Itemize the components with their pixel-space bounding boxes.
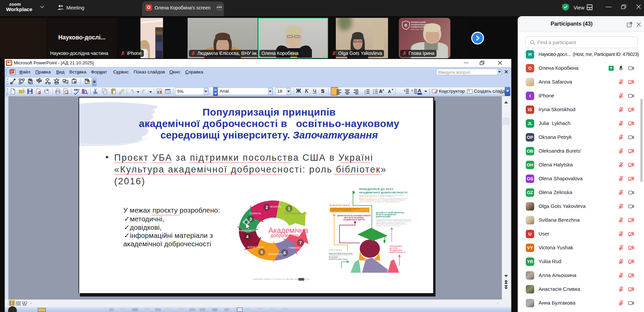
svg-text:КОРЕКТНІСТЬ: КОРЕКТНІСТЬ: [248, 246, 264, 248]
svg-text:ПРОЗОРІСТЬ: ПРОЗОРІСТЬ: [268, 253, 284, 255]
svg-text:ГУМАННІСТЬ: ГУМАННІСТЬ: [288, 247, 303, 249]
svg-text:5: 5: [260, 250, 263, 255]
svg-text:ЧЕСНІСТЬ: ЧЕСНІСТЬ: [270, 206, 282, 208]
svg-text:ABC: ABC: [74, 88, 80, 91]
svg-text:3: 3: [364, 93, 366, 95]
svg-text:6: 6: [283, 250, 286, 255]
svg-text:ТОЧНІСТЬ: ТОЧНІСТЬ: [250, 212, 261, 215]
svg-text:7: 7: [299, 240, 301, 245]
svg-text:2: 2: [265, 205, 268, 210]
svg-text:1: 1: [288, 206, 290, 211]
svg-text:В: В: [405, 23, 407, 27]
svg-text:ВІДПОВІДАЛЬНІСТЬ: ВІДПОВІДАЛЬНІСТЬ: [285, 212, 308, 215]
svg-text:4: 4: [246, 234, 249, 239]
